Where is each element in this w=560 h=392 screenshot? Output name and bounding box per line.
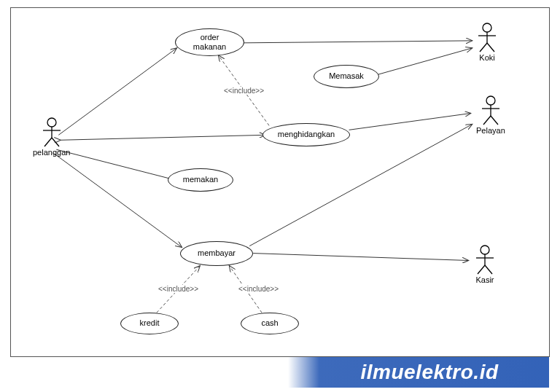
usecase-memasak: Memasak <box>314 65 379 88</box>
svg-line-15 <box>44 138 52 146</box>
svg-line-30 <box>478 265 485 274</box>
svg-line-16 <box>52 138 59 146</box>
actor-kasir: Kasir <box>474 245 496 284</box>
svg-line-9 <box>253 254 469 261</box>
stereotype-include-1: <<include>> <box>222 87 265 95</box>
svg-line-7 <box>349 113 471 130</box>
stereotype-include-3: <<include>> <box>237 285 280 293</box>
svg-line-0 <box>58 48 176 135</box>
svg-line-21 <box>487 43 494 52</box>
usecase-order-makanan: order makanan <box>175 28 244 56</box>
usecase-cash: cash <box>241 313 299 334</box>
svg-line-2 <box>56 149 169 179</box>
watermark-text: ilmuelektro.id <box>338 361 498 384</box>
svg-line-20 <box>480 43 487 52</box>
actor-pelayan-label: Pelayan <box>476 126 505 135</box>
diagram-canvas: pelanggan Koki Pelayan <box>18 15 542 349</box>
watermark-banner: ilmuelektro.id <box>288 357 549 388</box>
svg-line-1 <box>61 135 265 140</box>
usecase-menghidangkan: menghidangkan <box>262 123 350 146</box>
actor-pelanggan: pelanggan <box>33 117 70 157</box>
associations-layer <box>18 15 542 349</box>
svg-line-25 <box>483 116 491 125</box>
diagram-frame: pelanggan Koki Pelayan <box>10 7 550 357</box>
usecase-memakan: memakan <box>168 168 233 192</box>
svg-point-22 <box>486 96 495 105</box>
actor-pelanggan-label: pelanggan <box>33 148 70 157</box>
stereotype-include-2: <<include>> <box>157 285 200 293</box>
usecase-kredit: kredit <box>120 313 179 334</box>
usecase-membayar: membayar <box>180 241 253 266</box>
svg-line-3 <box>53 153 182 247</box>
svg-line-5 <box>374 48 472 76</box>
svg-point-27 <box>481 246 489 254</box>
svg-line-26 <box>491 116 498 125</box>
svg-line-31 <box>485 265 492 274</box>
actor-koki-label: Koki <box>476 53 498 62</box>
svg-point-17 <box>483 23 491 32</box>
actor-kasir-label: Kasir <box>474 275 496 284</box>
svg-line-4 <box>244 41 472 43</box>
svg-point-12 <box>47 118 56 127</box>
actor-pelayan: Pelayan <box>476 95 505 135</box>
actor-koki: Koki <box>476 23 498 62</box>
